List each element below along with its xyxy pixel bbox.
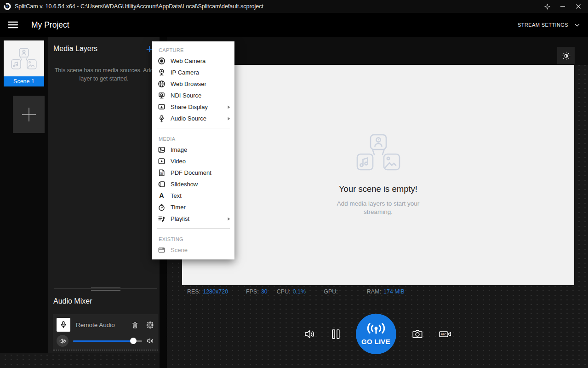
- media-layers-panel: Media Layers + This scene has no media s…: [48, 37, 160, 353]
- video-icon: [158, 157, 166, 165]
- menu-item-playlist[interactable]: Playlist: [152, 213, 234, 224]
- scene-preview-canvas[interactable]: Your scene is empty! Add media layers to…: [182, 65, 574, 285]
- web-browser-icon: [158, 80, 166, 88]
- snapshot-button[interactable]: [411, 328, 423, 340]
- web-camera-icon: [158, 57, 166, 65]
- media-layers-title: Media Layers: [53, 45, 145, 53]
- rec-icon: REC: [439, 328, 452, 340]
- menu-item-web-camera[interactable]: Web Camera: [152, 55, 234, 67]
- menu-item-timer[interactable]: Timer: [152, 201, 234, 213]
- menu-item-audio-source[interactable]: Audio Source: [152, 113, 234, 124]
- menu-item-ndi-source[interactable]: NDI Source: [152, 90, 234, 101]
- go-live-button[interactable]: GO LIVE: [356, 314, 396, 354]
- title-bar: SplitCam v. 10.6.54 x64 - C:\Users\WDAGU…: [0, 0, 588, 13]
- menu-item-video[interactable]: Video: [152, 155, 234, 167]
- status-ram: RAM: 174 MiB: [367, 288, 405, 295]
- splitcam-window: SplitCam v. 10.6.54 x64 - C:\Users\WDAGU…: [0, 0, 588, 368]
- brightness-icon: [562, 52, 571, 60]
- pause-button[interactable]: [331, 328, 341, 340]
- ndi-source-icon: [158, 92, 166, 99]
- page-title: My Project: [31, 20, 69, 30]
- scene-name-badge: Scene 1: [4, 76, 44, 86]
- panel-resize-handle[interactable]: [54, 288, 157, 289]
- text-icon: A: [158, 192, 166, 200]
- app-header: My Project STREAM SETTINGS: [0, 13, 588, 37]
- minimize-button[interactable]: [556, 0, 570, 13]
- content-area: Scene 1 Media Layers + This scene has no…: [0, 37, 588, 368]
- pdf-document-icon: PDF: [158, 169, 166, 177]
- menu-item-scene[interactable]: Scene: [152, 244, 234, 256]
- menu-section-existing: EXISTING: [152, 232, 234, 244]
- pause-icon: [331, 328, 341, 340]
- status-cpu: CPU: 0.1%: [277, 288, 306, 295]
- ip-camera-icon: [158, 69, 166, 76]
- audio-channel-name: Remote Audio: [76, 322, 124, 328]
- audio-mixer-title: Audio Mixer: [53, 297, 92, 305]
- mute-button[interactable]: [57, 335, 69, 347]
- menu-item-ip-camera[interactable]: IP Camera: [152, 67, 234, 78]
- status-resolution: RES: 1280x720: [187, 288, 228, 295]
- submenu-arrow-icon: [227, 117, 231, 121]
- brightness-toggle-button[interactable]: [557, 47, 575, 64]
- close-button[interactable]: [571, 0, 585, 13]
- empty-scene-title: Your scene is empty!: [339, 184, 417, 194]
- empty-scene-icon: [356, 134, 400, 172]
- status-gpu: GPU:: [324, 288, 340, 295]
- pin-on-top-icon[interactable]: [540, 0, 554, 13]
- status-fps: FPS: 30: [246, 288, 268, 295]
- microphone-icon: [57, 318, 70, 332]
- image-icon: [158, 146, 166, 154]
- speaker-muted-icon: [59, 338, 66, 345]
- volume-slider-knob[interactable]: [130, 338, 137, 344]
- plus-icon: [21, 107, 37, 122]
- camera-icon: [411, 328, 423, 340]
- trash-icon: [131, 321, 139, 329]
- svg-text:REC: REC: [440, 333, 446, 335]
- audio-output-button[interactable]: [303, 328, 316, 340]
- menu-item-slideshow[interactable]: Slideshow: [152, 178, 234, 190]
- menu-section-capture: CAPTURE: [152, 43, 234, 55]
- window-title: SplitCam v. 10.6.54 x64 - C:\Users\WDAGU…: [15, 3, 263, 10]
- record-button[interactable]: REC: [439, 328, 452, 340]
- channel-settings-button[interactable]: [146, 321, 154, 329]
- speaker-max-icon: [147, 337, 154, 345]
- status-bar: RES: 1280x720 FPS: 30 CPU: 0.1% GPU: RAM…: [167, 285, 588, 298]
- menu-item-pdf-document[interactable]: PDF PDF Document: [152, 167, 234, 178]
- go-live-label: GO LIVE: [361, 338, 390, 345]
- submenu-arrow-icon: [227, 105, 231, 109]
- menu-item-text[interactable]: A Text: [152, 190, 234, 201]
- playlist-icon: [158, 215, 166, 223]
- menu-separator: [157, 228, 230, 229]
- volume-slider[interactable]: [73, 338, 142, 344]
- menu-item-web-browser[interactable]: Web Browser: [152, 78, 234, 90]
- media-layers-empty-text: This scene has no media sources. Add lay…: [54, 66, 154, 83]
- menu-item-share-display[interactable]: Share Display: [152, 101, 234, 113]
- menu-separator: [157, 128, 230, 128]
- hamburger-menu-icon[interactable]: [0, 13, 26, 37]
- menu-item-image[interactable]: Image: [152, 144, 234, 155]
- add-scene-button[interactable]: [13, 96, 45, 133]
- empty-scene-subtitle: Add media layers to start your streaming…: [335, 200, 422, 216]
- audio-source-icon: [158, 115, 166, 122]
- menu-section-media: MEDIA: [152, 132, 234, 144]
- scene-icon: [158, 246, 166, 254]
- stream-settings-label: STREAM SETTINGS: [518, 22, 568, 28]
- submenu-arrow-icon: [227, 217, 231, 221]
- gear-icon: [146, 321, 154, 329]
- speaker-icon: [303, 328, 316, 340]
- svg-text:PDF: PDF: [160, 172, 164, 174]
- scene-card[interactable]: Scene 1: [4, 40, 44, 86]
- timer-icon: [158, 203, 166, 211]
- delete-channel-button[interactable]: [131, 321, 139, 329]
- scene-thumbnail[interactable]: [4, 40, 44, 76]
- stream-settings-button[interactable]: STREAM SETTINGS: [518, 22, 588, 28]
- slideshow-icon: [158, 180, 166, 188]
- add-layer-menu: CAPTURE Web Camera IP Camera: [152, 41, 234, 259]
- audio-mixer-channel: Remote Audio: [53, 314, 158, 351]
- splitcam-logo-icon: [3, 2, 11, 11]
- broadcast-icon: [367, 323, 385, 336]
- share-display-icon: [158, 103, 166, 111]
- chevron-down-icon: [575, 23, 580, 27]
- scenes-strip: Scene 1: [0, 37, 48, 353]
- svg-text:A: A: [159, 192, 164, 199]
